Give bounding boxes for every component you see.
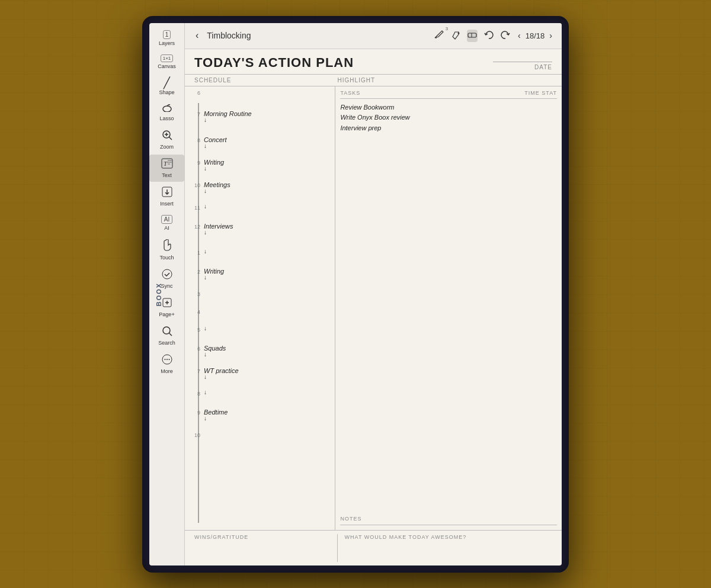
- svg-point-20: [166, 359, 168, 360]
- time-content-12: Interviews ↓: [200, 223, 330, 236]
- svg-point-0: [163, 106, 171, 112]
- task-list: Review Bookworm Write Onyx Boox review I…: [340, 102, 557, 134]
- sidebar-label-search: Search: [158, 340, 175, 346]
- main-content: ‹ Timblocking 3: [185, 23, 562, 565]
- page-number: 18/18: [526, 31, 545, 40]
- more-icon: [162, 354, 172, 367]
- brand-label: BOOX: [155, 282, 162, 306]
- sidebar-item-touch[interactable]: Touch: [149, 236, 184, 264]
- device-frame: BOOX 1 Layers 1×1 Canvas ╱ Shape Lasso Z…: [142, 16, 569, 573]
- highlight-header: HIGHLIGHT: [338, 77, 552, 83]
- wins-section: WINS/GRATITUDE: [194, 534, 338, 562]
- task-item-3: Interview prep: [340, 123, 557, 134]
- pen-badge: 3: [446, 26, 448, 31]
- tasks-label: TASKS: [340, 90, 360, 96]
- schedule-column: 6 7 Morning Routine ↓ 8: [185, 86, 335, 530]
- sync-icon: [162, 269, 172, 282]
- sidebar-label-lasso: Lasso: [159, 115, 174, 121]
- sidebar-item-pageplus[interactable]: Page+: [149, 294, 184, 321]
- time-line-8am: 8 Concert ↓: [190, 136, 330, 159]
- eraser-icon[interactable]: [467, 30, 478, 42]
- notes-section: NOTES: [340, 512, 557, 528]
- sidebar-label-zoom: Zoom: [160, 144, 174, 150]
- time-content-10: Meetings ↓: [200, 181, 330, 194]
- time-line-10am: 10 Meetings ↓: [190, 181, 330, 204]
- svg-line-17: [169, 333, 172, 336]
- sidebar-item-layers[interactable]: 1 Layers: [149, 27, 184, 50]
- time-line-6am: 6: [190, 89, 330, 110]
- sidebar-label-canvas: Canvas: [158, 63, 176, 69]
- sidebar-label-text: Text: [162, 172, 172, 178]
- sidebar-item-ai[interactable]: AI AI: [149, 211, 184, 234]
- sidebar-item-search[interactable]: Search: [149, 322, 184, 349]
- sidebar-item-shape[interactable]: ╱ Shape: [149, 74, 184, 99]
- time-content-9pm: Bedtime ↓: [200, 409, 330, 422]
- tasks-header-row: TASKS TIME STAT: [340, 89, 557, 99]
- sidebar-item-text[interactable]: T Text: [149, 155, 184, 182]
- highlight-column: TASKS TIME STAT Review Bookworm Write On…: [335, 86, 562, 530]
- pageplus-icon: [162, 297, 172, 310]
- undo-icon[interactable]: [483, 30, 494, 42]
- time-line-7am: 7 Morning Routine ↓: [190, 110, 330, 136]
- zoom-icon: [162, 130, 172, 143]
- wins-label: WINS/GRATITUDE: [194, 534, 332, 540]
- time-line-9am: 9 Writing ↓: [190, 159, 330, 181]
- time-line-9pm: 9 Bedtime ↓: [190, 409, 330, 431]
- time-line-2pm: 2 Writing ↓: [190, 268, 330, 290]
- canvas-icon: 1×1: [161, 54, 174, 62]
- time-line-5pm: 5 ↓: [190, 326, 330, 345]
- sidebar-item-more[interactable]: More: [149, 351, 184, 378]
- top-bar: ‹ Timblocking 3: [185, 23, 562, 49]
- notes-label: NOTES: [340, 516, 361, 522]
- next-page-button[interactable]: ›: [547, 30, 555, 41]
- sidebar-item-insert[interactable]: Insert: [149, 183, 184, 210]
- awesome-label: WHAT WOULD MAKE TODAY AWESOME?: [345, 534, 552, 540]
- awesome-section: WHAT WOULD MAKE TODAY AWESOME?: [338, 534, 552, 562]
- sidebar-label-ai: AI: [164, 225, 169, 231]
- sidebar: 1 Layers 1×1 Canvas ╱ Shape Lasso Zoom: [149, 23, 185, 565]
- time-line-11am: 11 ↓: [190, 204, 330, 223]
- time-content-11: ↓: [200, 204, 330, 210]
- time-line-4pm: 4: [190, 308, 330, 326]
- time-content-8: Concert ↓: [200, 136, 330, 149]
- notes-header: NOTES: [340, 512, 557, 525]
- two-column-layout: 6 7 Morning Routine ↓ 8: [185, 86, 562, 530]
- time-content-7pm: WT practice ↓: [200, 367, 330, 380]
- time-line-7pm: 7 WT practice ↓: [190, 367, 330, 390]
- page-title: TODAY'S ACTION PLAN: [194, 55, 354, 70]
- pen-tool-icon[interactable]: 3: [434, 30, 444, 42]
- redo-icon[interactable]: [500, 30, 511, 42]
- time-line-6pm: 6 Squads ↓: [190, 345, 330, 367]
- lasso-icon: [162, 104, 172, 114]
- layers-icon: 1: [163, 30, 171, 39]
- svg-line-2: [169, 137, 172, 140]
- shape-icon: ╱: [164, 78, 170, 88]
- touch-icon: [162, 239, 172, 253]
- sidebar-item-canvas[interactable]: 1×1 Canvas: [149, 51, 184, 73]
- time-line-12pm: 12 Interviews ↓: [190, 223, 330, 249]
- task-item-1: Review Bookworm: [340, 102, 557, 113]
- nav-controls: ‹ 18/18 ›: [515, 30, 555, 41]
- ai-icon: AI: [161, 215, 172, 224]
- time-6: 6: [190, 89, 200, 96]
- back-button[interactable]: ‹: [192, 29, 202, 42]
- tasks-section: TASKS TIME STAT Review Bookworm Write On…: [340, 89, 557, 507]
- sidebar-label-pageplus: Page+: [159, 311, 174, 317]
- svg-point-22: [458, 32, 460, 34]
- sidebar-label-layers: Layers: [159, 40, 175, 46]
- prev-page-button[interactable]: ‹: [515, 30, 523, 41]
- svg-point-16: [163, 327, 170, 334]
- sidebar-item-sync[interactable]: Sync: [149, 265, 184, 293]
- sidebar-label-insert: Insert: [160, 201, 174, 207]
- bottom-sections: WINS/GRATITUDE WHAT WOULD MAKE TODAY AWE…: [185, 530, 562, 565]
- sidebar-item-zoom[interactable]: Zoom: [149, 126, 184, 153]
- sidebar-label-touch: Touch: [159, 255, 174, 261]
- schedule-header: SCHEDULE: [194, 77, 338, 83]
- sidebar-item-lasso[interactable]: Lasso: [149, 100, 184, 125]
- svg-point-19: [164, 359, 165, 360]
- time-line-3pm: 3: [190, 290, 330, 308]
- time-line-10pm: 10: [190, 431, 330, 452]
- time-content-2: Writing ↓: [200, 268, 330, 281]
- sidebar-label-shape: Shape: [159, 89, 174, 95]
- highlighter-icon[interactable]: [450, 30, 461, 42]
